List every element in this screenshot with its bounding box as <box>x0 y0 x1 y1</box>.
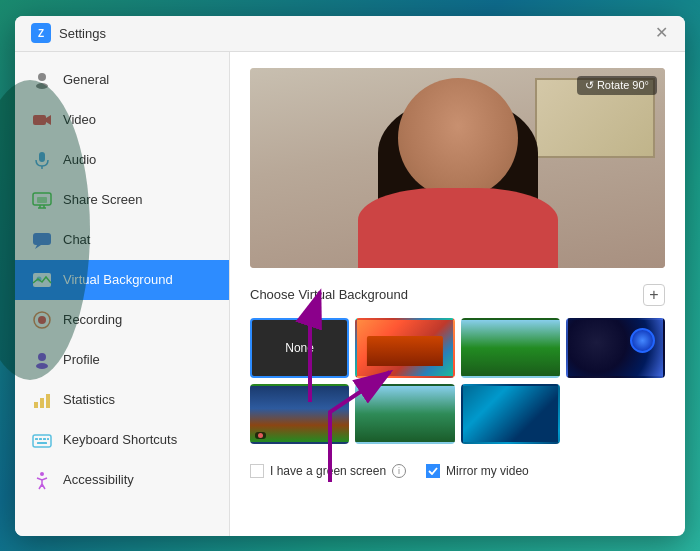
bg-none-label: None <box>285 341 314 355</box>
bridge-arch <box>367 336 443 366</box>
bg-option-2[interactable] <box>461 318 560 378</box>
sidebar: General Video Audio Sha <box>15 52 230 536</box>
audio-icon <box>31 149 53 171</box>
settings-footer: I have a green screen i Mirror my video <box>250 460 665 478</box>
accessibility-icon <box>31 469 53 491</box>
green-screen-label: I have a green screen <box>270 464 386 478</box>
title-bar: Z Settings ✕ <box>15 16 685 52</box>
svg-rect-7 <box>37 197 47 203</box>
rotate-button[interactable]: ↺ Rotate 90° <box>577 76 657 95</box>
sidebar-item-accessibility[interactable]: Accessibility <box>15 460 229 500</box>
green-screen-group: I have a green screen i <box>250 464 406 478</box>
bg-option-3[interactable] <box>566 318 665 378</box>
recording-icon <box>31 309 53 331</box>
video-dot <box>258 433 263 438</box>
svg-rect-2 <box>33 115 46 125</box>
main-content-wrapper: ↺ Rotate 90° Choose Virtual Background +… <box>230 52 685 536</box>
svg-point-15 <box>36 363 48 369</box>
bg-option-4[interactable] <box>250 384 349 444</box>
window-title: Settings <box>59 26 106 41</box>
svg-point-1 <box>36 83 48 89</box>
mirror-label: Mirror my video <box>446 464 529 478</box>
sidebar-label-audio: Audio <box>63 152 96 167</box>
sidebar-label-statistics: Statistics <box>63 392 115 407</box>
sidebar-item-video[interactable]: Video <box>15 100 229 140</box>
section-title: Choose Virtual Background <box>250 287 408 302</box>
keyboard-icon <box>31 429 53 451</box>
sidebar-label-vbg: Virtual Background <box>63 272 173 287</box>
sidebar-item-share-screen[interactable]: Share Screen <box>15 180 229 220</box>
sidebar-item-chat[interactable]: Chat <box>15 220 229 260</box>
sidebar-item-virtual-background[interactable]: Virtual Background <box>15 260 229 300</box>
sidebar-label-general: General <box>63 72 109 87</box>
sidebar-item-audio[interactable]: Audio <box>15 140 229 180</box>
statistics-icon <box>31 389 53 411</box>
sidebar-label-accessibility: Accessibility <box>63 472 134 487</box>
bg-option-6[interactable] <box>461 384 560 444</box>
sidebar-label-profile: Profile <box>63 352 100 367</box>
zoom-logo-icon: Z <box>31 23 51 43</box>
person-face <box>398 78 518 198</box>
svg-rect-16 <box>34 402 38 408</box>
green-screen-checkbox[interactable] <box>250 464 264 478</box>
video-cam-icon <box>31 109 53 131</box>
svg-point-14 <box>38 353 46 361</box>
person-icon <box>31 69 53 91</box>
svg-rect-21 <box>39 438 42 440</box>
svg-rect-4 <box>39 152 45 162</box>
svg-marker-3 <box>46 115 51 125</box>
svg-rect-23 <box>47 438 49 440</box>
svg-point-0 <box>38 73 46 81</box>
svg-rect-10 <box>33 273 51 287</box>
main-content: ↺ Rotate 90° Choose Virtual Background +… <box>230 52 685 494</box>
sidebar-item-general[interactable]: General <box>15 60 229 100</box>
share-screen-icon <box>31 189 53 211</box>
svg-rect-18 <box>46 394 50 408</box>
profile-icon <box>31 349 53 371</box>
mirror-group: Mirror my video <box>426 464 529 478</box>
green-screen-info-icon[interactable]: i <box>392 464 406 478</box>
webcam-preview: ↺ Rotate 90° <box>250 68 665 268</box>
svg-marker-9 <box>35 245 41 249</box>
sidebar-label-recording: Recording <box>63 312 122 327</box>
bg-option-none[interactable]: None <box>250 318 349 378</box>
svg-rect-17 <box>40 398 44 408</box>
svg-point-25 <box>40 472 44 476</box>
svg-rect-22 <box>43 438 46 440</box>
chat-icon <box>31 229 53 251</box>
video-badge <box>255 432 266 439</box>
sidebar-label-chat: Chat <box>63 232 90 247</box>
svg-rect-19 <box>33 435 51 447</box>
sidebar-item-recording[interactable]: Recording <box>15 300 229 340</box>
svg-rect-8 <box>33 233 51 245</box>
background-grid: None <box>250 318 665 444</box>
svg-rect-20 <box>35 438 38 440</box>
sidebar-label-keyboard: Keyboard Shortcuts <box>63 432 177 447</box>
svg-point-12 <box>34 312 50 328</box>
svg-rect-24 <box>37 442 47 444</box>
svg-rect-6 <box>33 193 51 205</box>
earth-icon <box>630 328 655 353</box>
sidebar-item-statistics[interactable]: Statistics <box>15 380 229 420</box>
virtual-background-icon <box>31 269 53 291</box>
title-bar-left: Z Settings <box>31 23 106 43</box>
person-shirt <box>358 188 558 268</box>
svg-point-11 <box>37 276 42 281</box>
close-button[interactable]: ✕ <box>653 25 669 41</box>
sidebar-label-video: Video <box>63 112 96 127</box>
sidebar-label-share: Share Screen <box>63 192 143 207</box>
sidebar-item-profile[interactable]: Profile <box>15 340 229 380</box>
sidebar-item-keyboard-shortcuts[interactable]: Keyboard Shortcuts <box>15 420 229 460</box>
svg-point-13 <box>38 316 46 324</box>
bg-section-header: Choose Virtual Background + <box>250 284 665 306</box>
add-background-button[interactable]: + <box>643 284 665 306</box>
window-body: General Video Audio Sha <box>15 52 685 536</box>
bg-option-1[interactable] <box>355 318 454 378</box>
settings-window: Z Settings ✕ General Video <box>15 16 685 536</box>
mirror-checkbox[interactable] <box>426 464 440 478</box>
bg-option-5[interactable] <box>355 384 454 444</box>
